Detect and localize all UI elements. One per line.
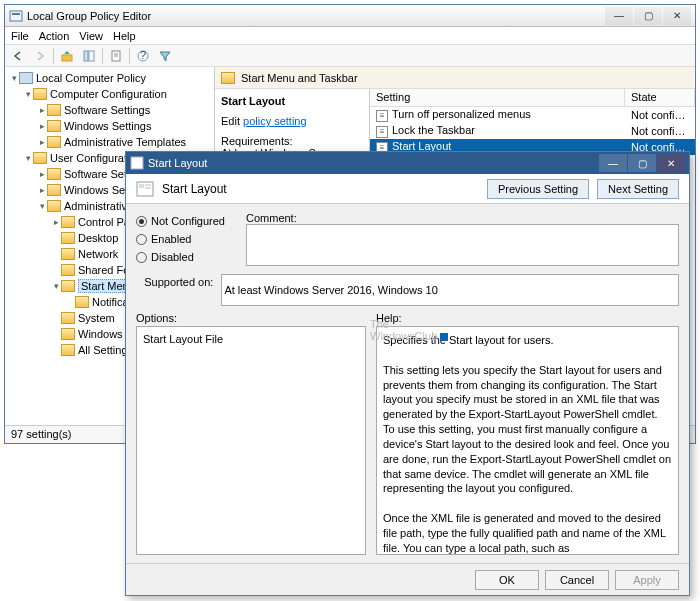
tree-node[interactable]: ▾Local Computer Policy bbox=[5, 70, 214, 86]
svg-text:?: ? bbox=[140, 50, 146, 61]
close-button[interactable]: ✕ bbox=[663, 7, 691, 25]
folder-icon bbox=[33, 152, 47, 164]
expand-icon[interactable]: ▾ bbox=[37, 201, 47, 211]
tree-label: Administrative Templates bbox=[64, 136, 186, 148]
expand-icon[interactable]: ▾ bbox=[9, 73, 19, 83]
app-icon bbox=[9, 9, 23, 23]
cell-state: Not configured bbox=[625, 125, 695, 137]
dialog-maximize-button[interactable]: ▢ bbox=[628, 154, 656, 172]
expand-icon[interactable]: ▸ bbox=[37, 137, 47, 147]
list-row[interactable]: ≡Turn off personalized menusNot configur… bbox=[370, 107, 695, 123]
maximize-button[interactable]: ▢ bbox=[634, 7, 662, 25]
svg-rect-13 bbox=[145, 184, 151, 186]
dialog-icon bbox=[130, 156, 144, 170]
ok-button[interactable]: OK bbox=[475, 570, 539, 590]
next-setting-button[interactable]: Next Setting bbox=[597, 179, 679, 199]
options-pane: Start Layout File bbox=[136, 326, 366, 555]
folder-icon bbox=[61, 328, 75, 340]
tree-node[interactable]: ▾Computer Configuration bbox=[5, 86, 214, 102]
option-start-layout-file: Start Layout File bbox=[143, 333, 359, 345]
list-row[interactable]: ≡Lock the TaskbarNot configured bbox=[370, 123, 695, 139]
dialog-titlebar[interactable]: Start Layout — ▢ ✕ bbox=[126, 152, 689, 174]
menubar: File Action View Help bbox=[5, 27, 695, 45]
svg-rect-2 bbox=[62, 55, 72, 61]
radio-not-configured[interactable]: Not Configured bbox=[136, 212, 236, 230]
previous-setting-button[interactable]: Previous Setting bbox=[487, 179, 589, 199]
expand-icon[interactable]: ▸ bbox=[37, 185, 47, 195]
apply-button[interactable]: Apply bbox=[615, 570, 679, 590]
tree-node[interactable]: ▸Software Settings bbox=[5, 102, 214, 118]
cell-setting: ≡Turn off personalized menus bbox=[370, 108, 625, 121]
menu-view[interactable]: View bbox=[79, 30, 103, 42]
expand-icon[interactable]: ▸ bbox=[51, 217, 61, 227]
radio-dot-icon bbox=[136, 216, 147, 227]
up-button[interactable] bbox=[58, 47, 76, 65]
dialog-heading: Start Layout bbox=[162, 182, 479, 196]
selected-setting-title: Start Layout bbox=[221, 95, 363, 107]
tree-label: Network bbox=[78, 248, 118, 260]
start-layout-dialog: Start Layout — ▢ ✕ Start Layout Previous… bbox=[125, 151, 690, 596]
folder-icon bbox=[47, 168, 61, 180]
content-header: Start Menu and Taskbar bbox=[215, 67, 695, 89]
forward-button[interactable] bbox=[31, 47, 49, 65]
help-button[interactable]: ? bbox=[134, 47, 152, 65]
folder-icon bbox=[47, 104, 61, 116]
help-label: Help: bbox=[376, 312, 402, 324]
expand-icon[interactable]: ▾ bbox=[51, 281, 61, 291]
folder-icon bbox=[61, 344, 75, 356]
minimize-button[interactable]: — bbox=[605, 7, 633, 25]
tree-node[interactable]: ▸Administrative Templates bbox=[5, 134, 214, 150]
cancel-button[interactable]: Cancel bbox=[545, 570, 609, 590]
expand-icon[interactable]: ▸ bbox=[37, 105, 47, 115]
menu-help[interactable]: Help bbox=[113, 30, 136, 42]
folder-icon bbox=[221, 72, 235, 84]
toolbar: ? bbox=[5, 45, 695, 67]
folder-icon bbox=[61, 216, 75, 228]
expand-icon[interactable]: ▸ bbox=[37, 169, 47, 179]
back-button[interactable] bbox=[9, 47, 27, 65]
supported-on-field bbox=[221, 274, 679, 306]
radio-dot-icon bbox=[136, 234, 147, 245]
menu-file[interactable]: File bbox=[11, 30, 29, 42]
folder-icon bbox=[47, 184, 61, 196]
svg-rect-3 bbox=[84, 51, 88, 61]
radio-disabled[interactable]: Disabled bbox=[136, 248, 236, 266]
filter-button[interactable] bbox=[156, 47, 174, 65]
radio-enabled[interactable]: Enabled bbox=[136, 230, 236, 248]
expand-icon[interactable]: ▾ bbox=[23, 89, 33, 99]
menu-action[interactable]: Action bbox=[39, 30, 70, 42]
tree-label: Windows Settings bbox=[64, 120, 151, 132]
folder-icon bbox=[61, 232, 75, 244]
svg-rect-4 bbox=[89, 51, 94, 61]
window-title: Local Group Policy Editor bbox=[23, 10, 604, 22]
cell-setting: ≡Lock the Taskbar bbox=[370, 124, 625, 137]
help-pane[interactable]: Specifies the Start layout for users.Thi… bbox=[376, 326, 679, 555]
tree-label: Computer Configuration bbox=[50, 88, 167, 100]
col-state[interactable]: State bbox=[625, 89, 695, 106]
comment-label: Comment: bbox=[246, 212, 679, 224]
svg-rect-10 bbox=[131, 157, 143, 169]
svg-rect-12 bbox=[139, 184, 144, 188]
supported-on-label: Supported on: bbox=[136, 274, 213, 288]
comment-input[interactable] bbox=[246, 224, 679, 266]
expand-icon[interactable]: ▸ bbox=[37, 121, 47, 131]
col-setting[interactable]: Setting bbox=[370, 89, 625, 106]
tree-label: Software Settings bbox=[64, 104, 150, 116]
tree-label: Desktop bbox=[78, 232, 118, 244]
tree-label: Local Computer Policy bbox=[36, 72, 146, 84]
svg-rect-14 bbox=[145, 187, 151, 189]
titlebar[interactable]: Local Group Policy Editor — ▢ ✕ bbox=[5, 5, 695, 27]
folder-icon bbox=[75, 296, 89, 308]
dialog-minimize-button[interactable]: — bbox=[599, 154, 627, 172]
folder-icon bbox=[61, 264, 75, 276]
dialog-close-button[interactable]: ✕ bbox=[657, 154, 685, 172]
tree-node[interactable]: ▸Windows Settings bbox=[5, 118, 214, 134]
folder-icon bbox=[61, 280, 75, 292]
edit-policy-link[interactable]: policy setting bbox=[243, 115, 307, 127]
show-hide-tree-button[interactable] bbox=[80, 47, 98, 65]
expand-icon[interactable]: ▾ bbox=[23, 153, 33, 163]
properties-button[interactable] bbox=[107, 47, 125, 65]
dialog-title: Start Layout bbox=[144, 157, 598, 169]
options-label: Options: bbox=[136, 312, 366, 324]
folder-icon bbox=[33, 88, 47, 100]
